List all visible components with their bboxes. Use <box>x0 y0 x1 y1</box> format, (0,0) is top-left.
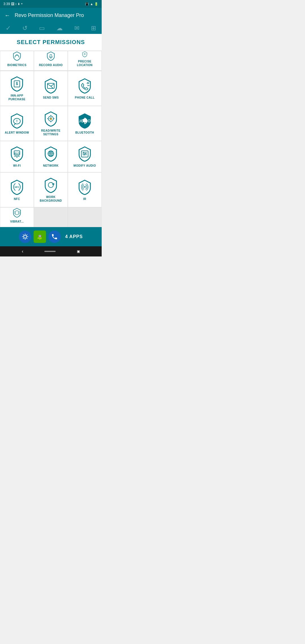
status-left: 3:39 🖼 Ⅰ ⬇ • <box>3 2 23 6</box>
svg-text:🔒: 🔒 <box>49 117 53 120</box>
bottom-apps-bar: 🤖 FQC 4 APPS <box>0 227 102 246</box>
svg-rect-26 <box>81 151 88 157</box>
permission-precise-location-partial[interactable]: PRECISE LOCATION <box>68 51 102 71</box>
permission-biometrics-partial[interactable]: BIOMETRICS <box>0 51 34 71</box>
record-audio-label: RECORD AUDIO <box>39 63 63 67</box>
alert-window-label: ALERT WINDOW <box>5 131 29 134</box>
ir-label: IR <box>83 197 86 201</box>
permission-phone-call[interactable]: PHONE CALL <box>68 71 102 106</box>
record-audio-icon-partial <box>43 51 59 61</box>
nfc-label: NFC <box>14 197 20 201</box>
permission-read-write-settings[interactable]: 🔒 READ/WRITE SETTINGS <box>34 106 68 141</box>
empty-cell-2 <box>68 207 102 227</box>
svg-point-30 <box>83 152 84 153</box>
phone-icon <box>51 233 58 240</box>
work-background-icon <box>43 177 59 193</box>
permission-modify-audio[interactable]: MODIFY AUDIO <box>68 141 102 172</box>
bluetooth-label: BLUETOOTH <box>75 131 94 134</box>
permission-send-sms[interactable]: SEND SMS <box>34 71 68 106</box>
send-sms-icon <box>43 78 59 93</box>
svg-point-31 <box>85 153 86 154</box>
permissions-grid: $ INN-APP PURCHASE SEND SMS PHONE CALL ! <box>0 71 102 207</box>
bluetooth-icon: ⬢ Bluetooth; <box>77 113 93 129</box>
vibration-label: VIBRAT... <box>10 220 24 223</box>
photo-icon: 🖼 <box>11 2 14 6</box>
precise-location-label: PRECISE LOCATION <box>70 60 99 67</box>
nfc-icon: NFC <box>9 179 25 195</box>
toolbar: ← Revo Permission Manager Pro <box>0 8 102 23</box>
wifi-icon: Wi-Fi <box>9 146 25 162</box>
ir-icon: IR <box>77 179 93 195</box>
svg-line-6 <box>51 86 53 88</box>
modify-audio-icon <box>77 146 93 162</box>
strip-icon-5: ✉ <box>74 25 79 32</box>
icon-strip: ✓ ↺ ▭ ☁ ✉ ⊞ <box>0 23 102 34</box>
inn-app-purchase-label: INN-APP PURCHASE <box>3 94 31 101</box>
biometrics-label: BIOMETRICS <box>7 63 27 67</box>
permission-wifi[interactable]: Wi-Fi Wi-Fi <box>0 141 34 172</box>
precise-location-icon-partial <box>77 51 93 57</box>
home-pill[interactable] <box>44 251 56 252</box>
phone-call-label: PHONE CALL <box>75 96 95 99</box>
app-settings-icon[interactable] <box>19 230 31 243</box>
permission-vibration-partial[interactable]: VIBRAT... <box>0 207 34 227</box>
permission-bluetooth[interactable]: ⬢ Bluetooth; BLUETOOTH <box>68 106 102 141</box>
strip-icon-2: ↺ <box>22 25 27 32</box>
read-write-settings-label: READ/WRITE SETTINGS <box>36 129 65 136</box>
permission-alert-window[interactable]: ! ALERT WINDOW <box>0 106 34 141</box>
select-permissions-header: SELECT PERMISSIONS <box>0 34 102 51</box>
vibrate-icon: 📳 <box>85 2 89 6</box>
permission-record-audio-partial[interactable]: RECORD AUDIO <box>34 51 68 71</box>
status-right: 📳 ▲ 🔋 <box>85 2 98 6</box>
toolbar-title: Revo Permission Manager Pro <box>15 12 84 18</box>
svg-point-21 <box>16 156 18 158</box>
download-icon: ⬇ <box>18 2 20 6</box>
alert-window-icon: ! <box>9 113 25 129</box>
svg-rect-36 <box>16 211 18 215</box>
recents-nav-button[interactable]: ▣ <box>77 249 80 253</box>
modify-audio-label: MODIFY AUDIO <box>73 164 96 167</box>
permission-work-background[interactable]: WORK BACKGROUND <box>34 172 68 207</box>
network-label: NETWORK <box>43 164 58 167</box>
vibration-icon <box>9 208 25 217</box>
phone-call-icon <box>77 78 93 93</box>
svg-point-43 <box>24 235 27 238</box>
biometrics-icon-partial <box>9 51 25 61</box>
permission-ir[interactable]: IR IR <box>68 172 102 207</box>
strip-icon-4: ☁ <box>56 25 63 32</box>
back-nav-button[interactable]: ‹ <box>22 249 23 254</box>
dot-icon: • <box>21 2 22 6</box>
svg-text:IR: IR <box>84 186 86 188</box>
svg-text:$: $ <box>16 81 18 86</box>
strip-icon-6: ⊞ <box>91 25 96 32</box>
svg-point-2 <box>84 53 85 55</box>
strip-icon-1: ✓ <box>6 25 11 32</box>
wifi-label: Wi-Fi <box>13 164 21 167</box>
svg-text:NFC: NFC <box>15 186 19 188</box>
app-android-icon[interactable]: 🤖 FQC <box>34 230 46 243</box>
svg-point-32 <box>84 154 85 155</box>
wifi-icon: ▲ <box>90 2 93 6</box>
back-button[interactable]: ← <box>5 12 10 19</box>
settings-gear-icon <box>21 233 29 241</box>
partial-top-row: BIOMETRICS RECORD AUDIO PRECISE LOCATION <box>0 51 102 71</box>
strip-icon-3: ▭ <box>39 25 45 32</box>
app-phone-icon[interactable] <box>48 230 61 243</box>
inn-app-purchase-icon: $ <box>9 76 25 92</box>
send-sms-label: SEND SMS <box>43 96 59 99</box>
status-time: 3:39 <box>3 2 10 6</box>
work-background-label: WORK BACKGROUND <box>36 195 65 203</box>
svg-rect-0 <box>50 54 52 57</box>
battery-icon: 🔋 <box>94 2 98 6</box>
nav-bar: ‹ ▣ <box>0 246 102 256</box>
status-bar: 3:39 🖼 Ⅰ ⬇ • 📳 ▲ 🔋 <box>0 0 102 8</box>
network-icon <box>43 146 59 162</box>
apps-count-label: 4 APPS <box>65 234 83 239</box>
svg-text:Wi-Fi: Wi-Fi <box>14 152 19 155</box>
read-write-settings-icon: 🔒 <box>43 111 59 127</box>
permission-inn-app-purchase[interactable]: $ INN-APP PURCHASE <box>0 71 34 106</box>
permission-nfc[interactable]: NFC NFC <box>0 172 34 207</box>
permission-network[interactable]: NETWORK <box>34 141 68 172</box>
partial-bottom-row: VIBRAT... <box>0 207 102 227</box>
empty-cell-1 <box>34 207 68 227</box>
